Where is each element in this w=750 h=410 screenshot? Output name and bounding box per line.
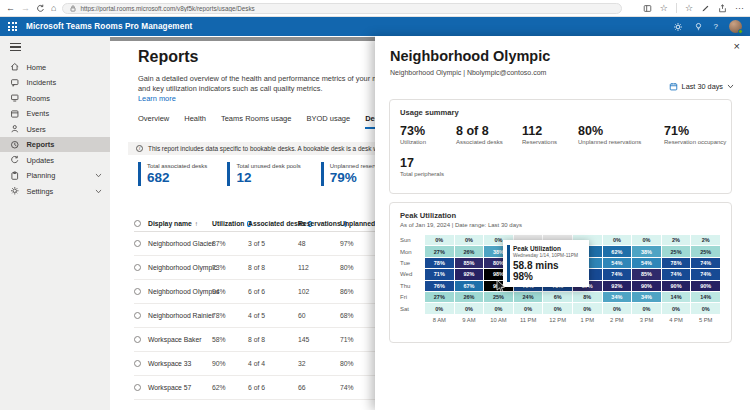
sidebar-item-reports[interactable]: Reports bbox=[0, 137, 110, 153]
heatmap-cell[interactable]: 14% bbox=[691, 292, 720, 302]
heatmap-cell[interactable]: 27% bbox=[425, 292, 454, 302]
heatmap-cell[interactable]: 74% bbox=[603, 269, 632, 279]
heatmap-cell[interactable]: 0% bbox=[455, 303, 484, 313]
heatmap-cell[interactable]: 26% bbox=[455, 246, 484, 256]
column-header-label: Associated desks bbox=[248, 220, 305, 227]
address-bar[interactable]: https://portal.rooms.microsoft.com/v8yf5… bbox=[62, 3, 622, 14]
back-icon[interactable]: ← bbox=[6, 0, 15, 17]
sidebar-item-settings[interactable]: Settings bbox=[0, 183, 110, 199]
heatmap-cell[interactable]: 74% bbox=[662, 269, 691, 279]
heatmap-cell[interactable]: 26% bbox=[455, 292, 484, 302]
heatmap-cell[interactable]: 0% bbox=[573, 303, 602, 313]
favorite-star-icon[interactable]: ☆ bbox=[660, 0, 668, 17]
row-radio[interactable] bbox=[134, 384, 141, 391]
heatmap-cell[interactable]: 76% bbox=[425, 281, 454, 291]
heatmap-cell[interactable]: 85% bbox=[632, 269, 661, 279]
row-radio[interactable] bbox=[134, 240, 141, 247]
heatmap-cell[interactable]: 85% bbox=[455, 258, 484, 268]
heatmap-cell[interactable]: 0% bbox=[455, 235, 484, 245]
heatmap-cell[interactable]: 92% bbox=[455, 269, 484, 279]
tab-overview[interactable]: Overview bbox=[138, 114, 169, 129]
heatmap-cell[interactable]: 2% bbox=[662, 235, 691, 245]
heatmap-cell[interactable]: 34% bbox=[632, 292, 661, 302]
heatmap-cell[interactable]: 0% bbox=[603, 235, 632, 245]
heatmap-cell[interactable]: 90% bbox=[691, 281, 720, 291]
heatmap-cell[interactable]: 25% bbox=[691, 246, 720, 256]
heatmap-cell[interactable]: 0% bbox=[632, 235, 661, 245]
heatmap-cell[interactable]: 8% bbox=[573, 292, 602, 302]
sidebar-item-users[interactable]: Users bbox=[0, 121, 110, 137]
settings-gear-icon[interactable] bbox=[673, 22, 683, 32]
waffle-icon[interactable] bbox=[8, 22, 17, 31]
sidebar-item-incidents[interactable]: Incidents bbox=[0, 75, 110, 91]
cell-utilization: 73% bbox=[212, 264, 248, 271]
tab-health[interactable]: Health bbox=[184, 114, 206, 129]
heatmap-cell[interactable]: 71% bbox=[425, 269, 454, 279]
sidebar-item-rooms[interactable]: Rooms bbox=[0, 90, 110, 106]
heatmap-cell[interactable]: 27% bbox=[425, 246, 454, 256]
row-radio[interactable] bbox=[134, 360, 141, 367]
sort-asc-icon[interactable]: ↑ bbox=[195, 220, 198, 227]
heatmap-cell[interactable]: 25% bbox=[662, 246, 691, 256]
heatmap-cell[interactable]: 67% bbox=[455, 281, 484, 291]
cell-reservations: 145 bbox=[298, 336, 340, 343]
heatmap-cell[interactable]: 90% bbox=[632, 281, 661, 291]
lightbulb-icon[interactable] bbox=[694, 22, 703, 32]
heatmap-cell[interactable]: 90% bbox=[662, 281, 691, 291]
more-menu-icon[interactable]: ··· bbox=[735, 0, 744, 17]
nav-toggle-icon[interactable] bbox=[10, 43, 21, 51]
browser-toolbar: ← → ⌂ https://portal.rooms.microsoft.com… bbox=[0, 0, 750, 17]
cell-reservations: 66 bbox=[298, 384, 340, 391]
row-radio[interactable] bbox=[134, 312, 141, 319]
heatmap-cell[interactable]: 78% bbox=[662, 258, 691, 268]
sidebar-item-planning[interactable]: Planning bbox=[0, 168, 110, 184]
close-icon[interactable]: × bbox=[734, 40, 740, 52]
heatmap-cell[interactable]: 6% bbox=[543, 292, 572, 302]
help-icon[interactable]: ? bbox=[714, 22, 718, 31]
heatmap-cell[interactable]: 0% bbox=[484, 303, 513, 313]
row-radio[interactable] bbox=[134, 288, 141, 295]
heatmap-cell[interactable]: 74% bbox=[691, 269, 720, 279]
forward-icon[interactable]: → bbox=[21, 0, 30, 17]
share-icon[interactable] bbox=[718, 4, 727, 13]
heatmap-cell[interactable]: 0% bbox=[603, 303, 632, 313]
heatmap-cell[interactable]: 54% bbox=[632, 258, 661, 268]
heatmap-cell[interactable]: 92% bbox=[603, 281, 632, 291]
heatmap-cell[interactable]: 38% bbox=[632, 246, 661, 256]
row-radio[interactable] bbox=[134, 336, 141, 343]
tab-teams-rooms-usage[interactable]: Teams Rooms usage bbox=[221, 114, 291, 129]
heatmap-cell[interactable]: 0% bbox=[691, 303, 720, 313]
date-range-dropdown[interactable]: Last 30 days bbox=[669, 82, 734, 91]
sidebar: HomeIncidentsRoomsEventsUsersReportsUpda… bbox=[0, 36, 110, 410]
metric-value: 12 bbox=[236, 170, 300, 185]
heatmap-cell[interactable]: 24% bbox=[514, 292, 543, 302]
heatmap-row-label: Fri bbox=[400, 294, 424, 300]
reading-mode-icon[interactable] bbox=[643, 4, 652, 13]
heatmap-cell[interactable]: 54% bbox=[603, 258, 632, 268]
avatar[interactable] bbox=[729, 20, 742, 33]
heatmap-cell[interactable]: 0% bbox=[425, 235, 454, 245]
heatmap-cell[interactable]: 34% bbox=[603, 292, 632, 302]
refresh-icon[interactable] bbox=[36, 4, 45, 13]
learn-more-link[interactable]: Learn more bbox=[138, 94, 176, 103]
heatmap-cell[interactable]: 0% bbox=[514, 303, 543, 313]
row-radio[interactable] bbox=[134, 264, 141, 271]
heatmap-cell[interactable]: 0% bbox=[543, 303, 572, 313]
sidebar-item-updates[interactable]: Updates bbox=[0, 152, 110, 168]
heatmap-cell[interactable]: 74% bbox=[691, 258, 720, 268]
heatmap-cell[interactable]: 2% bbox=[691, 235, 720, 245]
heatmap-cell[interactable]: 0% bbox=[662, 303, 691, 313]
heatmap-cell[interactable]: 0% bbox=[632, 303, 661, 313]
tab-byod-usage[interactable]: BYOD usage bbox=[306, 114, 350, 129]
sidebar-item-events[interactable]: Events bbox=[0, 106, 110, 122]
heatmap-cell[interactable]: 25% bbox=[484, 292, 513, 302]
browser-home-icon[interactable]: ⌂ bbox=[51, 0, 56, 17]
heatmap-cell[interactable]: 14% bbox=[662, 292, 691, 302]
favorites-bar-star-icon[interactable]: ☆ bbox=[685, 0, 693, 17]
heatmap-cell[interactable]: 0% bbox=[425, 303, 454, 313]
heatmap-cell[interactable]: 78% bbox=[425, 258, 454, 268]
select-all-radio[interactable] bbox=[134, 220, 141, 227]
sidebar-item-home[interactable]: Home bbox=[0, 59, 110, 75]
pen-icon[interactable] bbox=[701, 4, 710, 13]
heatmap-cell[interactable]: 62% bbox=[603, 246, 632, 256]
